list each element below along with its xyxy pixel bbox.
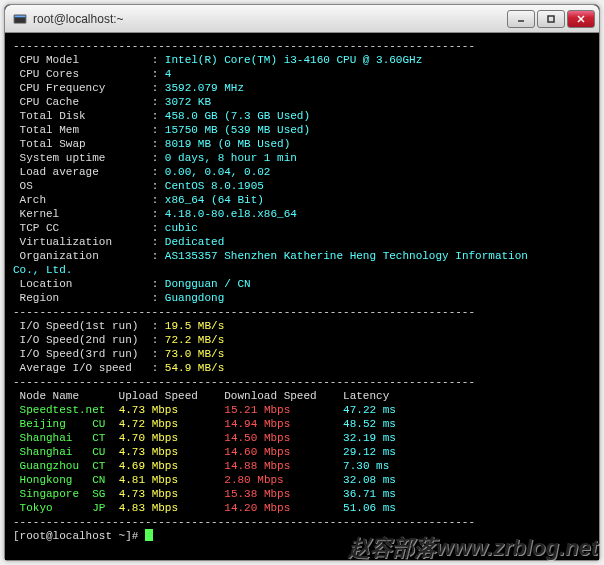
upload-speed: 4.81 Mbps (119, 474, 218, 486)
speed-header: Node Name Upload Speed Download Speed La… (13, 390, 389, 402)
info-label: OS (13, 180, 152, 192)
prompt: [root@localhost ~]# (13, 530, 145, 542)
info-label: Organization (13, 250, 152, 262)
download-speed: 14.50 Mbps (224, 432, 336, 444)
io-label: Average I/O speed (13, 362, 152, 374)
info-label: Total Swap (13, 138, 152, 150)
latency: 32.19 ms (343, 432, 396, 444)
minimize-button[interactable] (507, 10, 535, 28)
titlebar[interactable]: root@localhost:~ (5, 5, 599, 33)
info-label: TCP CC (13, 222, 152, 234)
io-label: I/O Speed(3rd run) (13, 348, 152, 360)
latency: 47.22 ms (343, 404, 396, 416)
node-name: Guangzhou CT (20, 460, 112, 472)
info-label: Total Mem (13, 124, 152, 136)
download-speed: 14.88 Mbps (224, 460, 336, 472)
upload-speed: 4.83 Mbps (119, 502, 218, 514)
info-value: 0.00, 0.04, 0.02 (165, 166, 271, 178)
window-title: root@localhost:~ (33, 12, 507, 26)
divider: ----------------------------------------… (13, 516, 475, 528)
download-speed: 14.20 Mbps (224, 502, 336, 514)
io-label: I/O Speed(2nd run) (13, 334, 152, 346)
info-label: Total Disk (13, 110, 152, 122)
info-value: 458.0 GB (7.3 GB Used) (165, 110, 310, 122)
info-label: Arch (13, 194, 152, 206)
download-speed: 15.21 Mbps (224, 404, 336, 416)
io-value: 73.0 MB/s (165, 348, 224, 360)
info-value: 15750 MB (539 MB Used) (165, 124, 310, 136)
upload-speed: 4.69 Mbps (119, 460, 218, 472)
io-value: 19.5 MB/s (165, 320, 224, 332)
info-label: System uptime (13, 152, 152, 164)
app-icon (13, 12, 27, 26)
window-controls (507, 10, 595, 28)
info-label: CPU Cache (13, 96, 152, 108)
latency: 32.08 ms (343, 474, 396, 486)
svg-rect-1 (15, 15, 26, 17)
info-value: 3592.079 MHz (165, 82, 244, 94)
download-speed: 15.38 Mbps (224, 488, 336, 500)
info-label: Region (13, 292, 152, 304)
info-value: Dedicated (165, 236, 224, 248)
divider: ----------------------------------------… (13, 376, 475, 388)
maximize-button[interactable] (537, 10, 565, 28)
latency: 51.06 ms (343, 502, 396, 514)
io-value: 54.9 MB/s (165, 362, 224, 374)
node-name: Speedtest.net (20, 404, 112, 416)
svg-rect-3 (548, 16, 554, 22)
upload-speed: 4.73 Mbps (119, 446, 218, 458)
node-name: Tokyo JP (20, 502, 112, 514)
info-label: Location (13, 278, 152, 290)
info-value: AS135357 Shenzhen Katherine Heng Technol… (165, 250, 528, 262)
node-name: Shanghai CT (20, 432, 112, 444)
info-value-cont: Co., Ltd. (13, 264, 72, 276)
node-name: Hongkong CN (20, 474, 112, 486)
info-value: 0 days, 8 hour 1 min (165, 152, 297, 164)
divider: ----------------------------------------… (13, 306, 475, 318)
terminal-body[interactable]: ----------------------------------------… (5, 33, 599, 560)
info-value: Dongguan / CN (165, 278, 251, 290)
latency: 48.52 ms (343, 418, 396, 430)
info-value: x86_64 (64 Bit) (165, 194, 264, 206)
terminal-window: root@localhost:~ -----------------------… (4, 4, 600, 561)
info-label: CPU Model (13, 54, 152, 66)
info-value: 8019 MB (0 MB Used) (165, 138, 290, 150)
info-label: Virtualization (13, 236, 152, 248)
latency: 7.30 ms (343, 460, 389, 472)
upload-speed: 4.73 Mbps (119, 488, 218, 500)
info-value: CentOS 8.0.1905 (165, 180, 264, 192)
info-value: Guangdong (165, 292, 224, 304)
download-speed: 14.60 Mbps (224, 446, 336, 458)
upload-speed: 4.72 Mbps (119, 418, 218, 430)
io-label: I/O Speed(1st run) (13, 320, 152, 332)
node-name: Shanghai CU (20, 446, 112, 458)
node-name: Beijing CU (20, 418, 112, 430)
download-speed: 14.94 Mbps (224, 418, 336, 430)
download-speed: 2.80 Mbps (224, 474, 336, 486)
info-value: 3072 KB (165, 96, 211, 108)
close-button[interactable] (567, 10, 595, 28)
info-value: 4.18.0-80.el8.x86_64 (165, 208, 297, 220)
latency: 36.71 ms (343, 488, 396, 500)
info-value: cubic (165, 222, 198, 234)
info-value: Intel(R) Core(TM) i3-4160 CPU @ 3.60GHz (165, 54, 422, 66)
io-value: 72.2 MB/s (165, 334, 224, 346)
info-label: CPU Cores (13, 68, 152, 80)
divider: ----------------------------------------… (13, 40, 475, 52)
node-name: Singapore SG (20, 488, 112, 500)
info-label: Load average (13, 166, 152, 178)
upload-speed: 4.73 Mbps (119, 404, 218, 416)
info-label: Kernel (13, 208, 152, 220)
info-label: CPU Frequency (13, 82, 152, 94)
cursor (145, 529, 153, 541)
latency: 29.12 ms (343, 446, 396, 458)
upload-speed: 4.70 Mbps (119, 432, 218, 444)
info-value: 4 (165, 68, 172, 80)
